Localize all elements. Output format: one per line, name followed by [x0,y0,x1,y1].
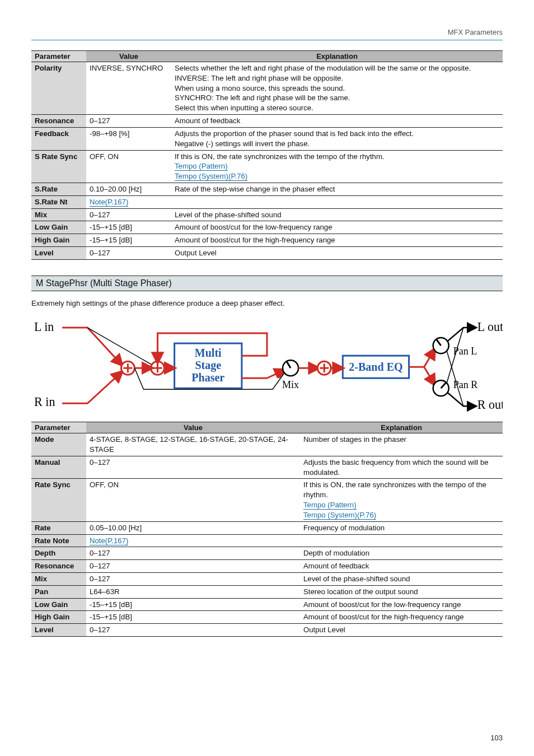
t1-feedback-exp: Adjusts the proportion of the phaser sou… [171,127,503,150]
t2-h-explanation: Explanation [300,422,503,433]
t1-sratent-link[interactable]: Note(P.167) [90,198,128,207]
t1-level-exp: Output Level [171,247,503,260]
t1-sratent-exp [171,195,503,208]
t1-srate-value: 0.10–20.00 [Hz] [86,183,171,195]
t2-ratenote-link[interactable]: Note(P.167) [90,536,128,545]
t2-manual-value: 0–127 [86,456,300,479]
diagram-box1-l1: Multi [195,347,222,359]
t2-resonance-value: 0–127 [86,560,300,573]
t1-level-name: Level [31,247,86,260]
t1-lowgain-value: -15–+15 [dB] [86,221,171,234]
t2-ratesync-name: Rate Sync [31,479,86,521]
t1-sratesync-link1[interactable]: Tempo (Pattern) [175,162,228,171]
section-heading: M StagePhsr (Multi Stage Phaser) [31,276,503,291]
t1-highgain-value: -15–+15 [dB] [86,234,171,247]
t1-lowgain-exp: Amount of boost/cut for the low-frequenc… [171,221,503,234]
diagram-box1-l2: Stage [195,359,221,372]
t2-rate-name: Rate [31,521,86,534]
diagram-mix-knob [283,360,298,376]
t1-h-param: Parameter [31,51,86,62]
t2-h-value: Value [86,422,300,433]
t2-manual-name: Manual [31,456,86,479]
t2-highgain-value: -15–+15 [dB] [86,611,300,624]
t2-resonance-name: Resonance [31,560,86,573]
t2-depth-name: Depth [31,547,86,560]
t1-polarity-value: INVERSE, SYNCHRO [86,62,171,115]
t2-level-exp: Output Level [300,624,503,637]
t1-resonance-exp: Amount of feedback [171,115,503,128]
t1-sratent-value: Note(P.167) [86,195,171,208]
t1-sratesync-exp-l1: If this is ON, the rate synchronizes wit… [175,152,385,161]
t1-srate-exp: Rate of the step-wise change in the phas… [171,183,503,195]
diagram-l-in: L in [34,320,54,334]
t1-h-explanation: Explanation [171,51,503,62]
t2-ratenote-name: Rate Note [31,534,86,547]
t1-sratent-name: S.Rate Nt [31,195,86,208]
t2-mix-exp: Level of the phase-shifted sound [300,572,503,585]
t1-sratesync-exp: If this is ON, the rate synchronizes wit… [171,150,503,183]
t2-pan-value: L64–63R [86,585,300,598]
t2-ratenote-value: Note(P.167) [86,534,300,547]
t1-feedback-value: -98–+98 [%] [86,127,171,150]
diagram-mix-label: Mix [282,379,299,390]
t1-feedback-name: Feedback [31,127,86,150]
t2-ratesync-link1[interactable]: Tempo (Pattern) [303,501,357,510]
t2-rate-value: 0.05–10.00 [Hz] [86,521,300,534]
t2-level-value: 0–127 [86,624,300,637]
t2-manual-exp: Adjusts the basic frequency from which t… [300,456,503,479]
t2-pan-exp: Stereo location of the output sound [300,585,503,598]
t2-mode-value: 4-STAGE, 8-STAGE, 12-STAGE, 16-STAGE, 20… [86,433,300,456]
t2-lowgain-value: -15–+15 [dB] [86,598,300,611]
t2-depth-exp: Depth of modulation [300,547,503,560]
t1-srate-name: S.Rate [31,183,86,195]
t2-ratenote-exp [300,534,503,547]
t2-mode-exp: Number of stages in the phaser [300,433,503,456]
t2-lowgain-name: Low Gain [31,598,86,611]
t1-resonance-name: Resonance [31,115,86,128]
t1-sratesync-value: OFF, ON [86,150,171,183]
section-body: Extremely high settings of the phase dif… [31,299,503,307]
t1-level-value: 0–127 [86,247,171,260]
t2-mix-value: 0–127 [86,572,300,585]
t2-ratesync-exp: If this is ON, the rate synchronizes wit… [300,479,503,521]
header-category: MFX Parameters [448,28,503,36]
diagram-pan-l-label: Pan L [453,346,477,357]
t1-lowgain-name: Low Gain [31,221,86,234]
param-table-2: Parameter Value Explanation Mode 4-STAGE… [31,422,503,637]
t2-h-param: Parameter [31,422,86,433]
t2-pan-name: Pan [31,585,86,598]
t2-ratesync-link2[interactable]: Tempo (System)(P.76) [303,511,376,520]
t1-mix-value: 0–127 [86,208,171,221]
t1-h-value: Value [86,51,171,62]
diagram-r-out: R out [477,398,503,412]
param-table-1: Parameter Value Explanation Polarity INV… [31,50,503,260]
t2-lowgain-exp: Amount of boost/cut for the low-frequenc… [300,598,503,611]
t1-highgain-name: High Gain [31,234,86,247]
diagram-r-in: R in [34,395,55,409]
t2-ratesync-exp-l1: If this is ON, the rate synchronizes wit… [303,480,486,499]
t1-resonance-value: 0–127 [86,115,171,128]
t1-polarity-name: Polarity [31,62,86,115]
t1-sratesync-link2[interactable]: Tempo (System)(P.76) [175,172,247,181]
t2-level-name: Level [31,624,86,637]
t1-polarity-exp: Selects whether the left and right phase… [171,62,503,115]
t2-resonance-exp: Amount of feedback [300,560,503,573]
t2-highgain-name: High Gain [31,611,86,624]
t2-mix-name: Mix [31,572,86,585]
t1-sratesync-name: S Rate Sync [31,150,86,183]
diagram-box1-l3: Phaser [191,371,224,384]
section-title: M StagePhsr (Multi Stage Phaser) [36,278,172,288]
diagram-l-out: L out [477,320,503,334]
t2-depth-value: 0–127 [86,547,300,560]
t2-highgain-exp: Amount of boost/cut for the high-frequen… [300,611,503,624]
signal-flow-diagram: L in R in Multi Stage Phaser Mix 2-Band … [31,316,503,412]
diagram-box2: 2-Band EQ [349,361,402,373]
t1-mix-exp: Level of the phase-shifted sound [171,208,503,221]
t1-highgain-exp: Amount of boost/cut for the high-frequen… [171,234,503,247]
page-header: MFX Parameters [31,28,503,40]
t1-mix-name: Mix [31,208,86,221]
svg-point-9 [283,360,298,376]
t2-mode-name: Mode [31,433,86,456]
t2-rate-exp: Frequency of modulation [300,521,503,534]
t2-ratesync-value: OFF, ON [86,479,300,521]
